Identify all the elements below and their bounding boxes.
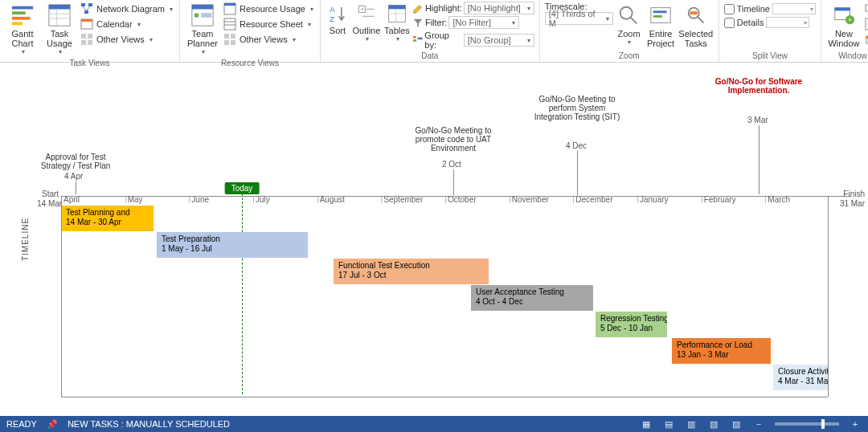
group-resource-views: Team Planner ▾ Resource Usage▾ Resource … bbox=[180, 0, 321, 62]
milestone-date: 2 Oct bbox=[442, 160, 461, 169]
team-planner-button[interactable]: Team Planner ▾ bbox=[185, 2, 220, 57]
month-tick: February bbox=[702, 197, 736, 203]
pin-icon: 📌 bbox=[47, 419, 58, 430]
view-shortcut-4-icon[interactable]: ▧ bbox=[707, 418, 720, 430]
svg-rect-50 bbox=[653, 15, 662, 18]
calendar-button[interactable]: Calendar▾ bbox=[79, 17, 174, 31]
timeline-combo[interactable]: ▾ bbox=[772, 3, 816, 14]
svg-rect-49 bbox=[653, 10, 667, 13]
caret-icon: ▾ bbox=[396, 35, 399, 43]
task-bar[interactable]: Test Preparation1 May - 16 Jul bbox=[157, 232, 308, 258]
network-diagram-button[interactable]: Network Diagram▾ bbox=[79, 2, 174, 16]
other-views-res-button[interactable]: Other Views▾ bbox=[222, 32, 315, 47]
zoom-button[interactable]: Zoom ▾ bbox=[615, 2, 644, 47]
svg-rect-2 bbox=[12, 17, 31, 20]
group-data: AZ Sort + Outline ▾ Tables ▾ Highlight: … bbox=[321, 0, 540, 62]
timeline-checkbox[interactable] bbox=[724, 4, 735, 14]
resource-usage-button[interactable]: Resource Usage▾ bbox=[222, 2, 315, 16]
task-bar[interactable]: Regression Testing5 Dec - 10 Jan bbox=[596, 312, 667, 337]
start-label: Start bbox=[42, 190, 59, 198]
svg-rect-53 bbox=[690, 11, 697, 14]
milestone-label[interactable]: Go/No-Go Meeting to promote code to UAT … bbox=[405, 126, 502, 153]
month-tick: March bbox=[765, 197, 790, 203]
status-new-tasks[interactable]: NEW TASKS : MANUALLY SCHEDULED bbox=[68, 419, 230, 429]
caret-icon: ▾ bbox=[22, 48, 25, 55]
zoom-label: Zoom bbox=[617, 29, 640, 39]
svg-rect-15 bbox=[81, 19, 92, 22]
view-shortcut-2-icon[interactable]: ▤ bbox=[662, 418, 675, 430]
svg-rect-55 bbox=[835, 8, 850, 11]
task-name: Closure Activities bbox=[778, 367, 823, 377]
month-tick: May bbox=[125, 197, 143, 203]
task-usage-label: Task Usage bbox=[43, 29, 76, 48]
milestone-date: 4 Apr bbox=[64, 172, 83, 181]
svg-text:Z: Z bbox=[330, 14, 334, 23]
view-shortcut-3-icon[interactable]: ▥ bbox=[685, 418, 698, 430]
caret-icon: ▾ bbox=[366, 35, 369, 43]
details-checkbox[interactable] bbox=[724, 18, 735, 28]
month-tick: November bbox=[510, 197, 549, 203]
task-name: Test Preparation bbox=[162, 234, 303, 244]
tables-button[interactable]: Tables ▾ bbox=[383, 2, 411, 44]
task-dates: 4 Mar - 31 Mar bbox=[778, 377, 823, 386]
view-shortcut-1-icon[interactable]: ▦ bbox=[640, 418, 653, 430]
task-dates: 5 Dec - 10 Jan bbox=[600, 324, 662, 333]
groupby-row[interactable]: Group by: [No Group]▾ bbox=[412, 31, 534, 50]
task-usage-button[interactable]: Task Usage ▾ bbox=[42, 2, 77, 57]
month-tick: January bbox=[637, 197, 669, 203]
other-views-button[interactable]: Other Views▾ bbox=[79, 32, 174, 47]
task-bar[interactable]: Functional Test Execution17 Jul - 3 Oct bbox=[334, 259, 489, 284]
gantt-label: Gantt Chart bbox=[6, 29, 39, 48]
selected-tasks-button[interactable]: Selected Tasks bbox=[678, 2, 714, 50]
highlight-label: Highlight: bbox=[425, 3, 462, 13]
milestone-date: 4 Dec bbox=[566, 141, 587, 150]
milestone-connector bbox=[76, 181, 76, 194]
milestone-label[interactable]: Go/No-Go for Software Implementation. bbox=[714, 77, 803, 95]
task-bar[interactable]: Closure Activities4 Mar - 31 Mar bbox=[773, 365, 828, 390]
milestone-connector bbox=[759, 125, 760, 194]
zoom-slider[interactable] bbox=[775, 422, 839, 426]
timeline-checkbox-row[interactable]: Timeline ▾ bbox=[724, 3, 816, 14]
filter-value[interactable]: [No Filter]▾ bbox=[448, 16, 519, 29]
timeline-check-label: Timeline bbox=[737, 4, 770, 14]
caret-icon: ▾ bbox=[202, 48, 205, 55]
svg-line-12 bbox=[83, 6, 86, 10]
details-checkbox-row[interactable]: Details ▾ bbox=[724, 17, 816, 28]
milestone-label[interactable]: Go/No-Go Meeting to perform System Integ… bbox=[533, 95, 621, 121]
svg-rect-0 bbox=[12, 6, 33, 10]
filter-row[interactable]: Filter: [No Filter]▾ bbox=[412, 16, 534, 29]
group-icon bbox=[412, 35, 423, 46]
group-label: Data bbox=[326, 50, 534, 62]
status-bar: READY 📌 NEW TASKS : MANUALLY SCHEDULED ▦… bbox=[0, 416, 868, 432]
svg-rect-18 bbox=[81, 40, 86, 45]
entire-project-button[interactable]: Entire Project bbox=[645, 2, 677, 50]
sort-button[interactable]: AZ Sort bbox=[326, 2, 350, 37]
task-bar[interactable]: Test Planning and14 Mar - 30 Apr bbox=[61, 206, 154, 231]
task-bar[interactable]: User Acceptance Testing4 Oct - 4 Dec bbox=[471, 285, 593, 311]
today-marker: Today bbox=[225, 182, 260, 194]
svg-rect-16 bbox=[81, 34, 86, 39]
details-combo[interactable]: ▾ bbox=[766, 17, 809, 28]
highlight-row[interactable]: Highlight: [No Highlight]▾ bbox=[412, 2, 534, 14]
status-ready: READY bbox=[6, 419, 37, 429]
arrange-all-button[interactable] bbox=[863, 17, 868, 31]
new-window-button[interactable]: + New Window bbox=[826, 2, 862, 50]
svg-line-52 bbox=[698, 17, 704, 23]
zoom-out-icon[interactable]: − bbox=[752, 418, 765, 430]
highlight-value[interactable]: [No Highlight]▾ bbox=[464, 2, 534, 14]
milestone-label[interactable]: Approval for Test Strategy / Test Plan bbox=[35, 153, 116, 170]
switch-windows-button[interactable] bbox=[863, 2, 868, 16]
zoom-in-icon[interactable]: + bbox=[849, 418, 862, 430]
resource-usage-label: Resource Usage bbox=[240, 4, 305, 14]
group-value[interactable]: [No Group]▾ bbox=[464, 34, 534, 47]
timeline-canvas[interactable]: AprilMayJuneJulyAugustSeptemberOctoberNo… bbox=[19, 63, 865, 416]
view-shortcut-5-icon[interactable]: ▨ bbox=[730, 418, 743, 430]
gantt-chart-button[interactable]: Gantt Chart ▾ bbox=[5, 2, 40, 57]
caret-icon: ▾ bbox=[59, 48, 62, 55]
task-bar[interactable]: Performance or Load13 Jan - 3 Mar bbox=[672, 338, 771, 364]
resource-sheet-button[interactable]: Resource Sheet▾ bbox=[222, 17, 315, 31]
hide-button[interactable] bbox=[863, 32, 868, 47]
caret-icon: ▾ bbox=[137, 21, 141, 28]
outline-button[interactable]: + Outline ▾ bbox=[351, 2, 382, 44]
timescale-value[interactable]: [4] Thirds of M▾ bbox=[545, 12, 613, 25]
